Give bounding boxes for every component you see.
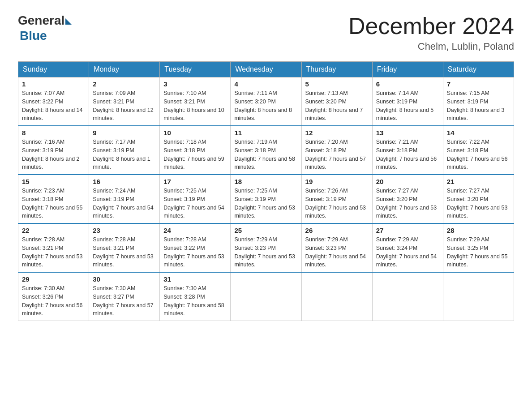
table-row: 21 Sunrise: 7:27 AM Sunset: 3:20 PM Dayl… bbox=[443, 175, 514, 223]
day-number: 3 bbox=[163, 80, 227, 88]
day-number: 22 bbox=[22, 227, 85, 234]
table-row: 7 Sunrise: 7:15 AM Sunset: 3:19 PM Dayli… bbox=[443, 77, 514, 126]
day-info: Sunrise: 7:25 AM Sunset: 3:19 PM Dayligh… bbox=[234, 187, 297, 220]
day-info: Sunrise: 7:09 AM Sunset: 3:21 PM Dayligh… bbox=[93, 89, 156, 123]
day-info: Sunrise: 7:25 AM Sunset: 3:19 PM Dayligh… bbox=[163, 187, 227, 220]
day-info: Sunrise: 7:27 AM Sunset: 3:20 PM Dayligh… bbox=[376, 187, 439, 220]
table-row: 15 Sunrise: 7:23 AM Sunset: 3:18 PM Dayl… bbox=[18, 175, 89, 223]
day-number: 7 bbox=[447, 80, 510, 88]
location-title: Chelm, Lublin, Poland bbox=[348, 41, 514, 52]
day-number: 2 bbox=[93, 80, 156, 88]
day-number: 28 bbox=[447, 227, 510, 234]
table-row bbox=[301, 272, 372, 321]
day-info: Sunrise: 7:18 AM Sunset: 3:18 PM Dayligh… bbox=[163, 138, 227, 171]
calendar-header-row: Sunday Monday Tuesday Wednesday Thursday… bbox=[18, 62, 514, 77]
header-saturday: Saturday bbox=[443, 62, 514, 77]
day-info: Sunrise: 7:26 AM Sunset: 3:19 PM Dayligh… bbox=[305, 187, 369, 220]
table-row: 8 Sunrise: 7:16 AM Sunset: 3:19 PM Dayli… bbox=[18, 126, 89, 175]
day-number: 5 bbox=[305, 80, 369, 88]
day-info: Sunrise: 7:29 AM Sunset: 3:25 PM Dayligh… bbox=[447, 235, 510, 269]
day-number: 6 bbox=[376, 80, 439, 88]
header-wednesday: Wednesday bbox=[231, 62, 301, 77]
logo: General Blue bbox=[18, 13, 72, 43]
table-row: 28 Sunrise: 7:29 AM Sunset: 3:25 PM Dayl… bbox=[443, 223, 514, 272]
day-info: Sunrise: 7:24 AM Sunset: 3:19 PM Dayligh… bbox=[93, 187, 156, 220]
table-row: 22 Sunrise: 7:28 AM Sunset: 3:21 PM Dayl… bbox=[18, 223, 89, 272]
table-row: 20 Sunrise: 7:27 AM Sunset: 3:20 PM Dayl… bbox=[372, 175, 443, 223]
table-row: 14 Sunrise: 7:22 AM Sunset: 3:18 PM Dayl… bbox=[443, 126, 514, 175]
day-number: 12 bbox=[305, 129, 369, 137]
table-row: 24 Sunrise: 7:28 AM Sunset: 3:22 PM Dayl… bbox=[160, 223, 231, 272]
day-info: Sunrise: 7:27 AM Sunset: 3:20 PM Dayligh… bbox=[447, 187, 510, 220]
table-row: 2 Sunrise: 7:09 AM Sunset: 3:21 PM Dayli… bbox=[89, 77, 160, 126]
day-info: Sunrise: 7:30 AM Sunset: 3:26 PM Dayligh… bbox=[22, 284, 85, 318]
table-row: 25 Sunrise: 7:29 AM Sunset: 3:23 PM Dayl… bbox=[231, 223, 301, 272]
day-number: 9 bbox=[93, 129, 156, 137]
table-row: 1 Sunrise: 7:07 AM Sunset: 3:22 PM Dayli… bbox=[18, 77, 89, 126]
day-number: 4 bbox=[234, 80, 297, 88]
day-info: Sunrise: 7:29 AM Sunset: 3:23 PM Dayligh… bbox=[234, 235, 297, 269]
table-row: 31 Sunrise: 7:30 AM Sunset: 3:28 PM Dayl… bbox=[160, 272, 231, 321]
header-monday: Monday bbox=[89, 62, 160, 77]
day-info: Sunrise: 7:29 AM Sunset: 3:23 PM Dayligh… bbox=[305, 235, 369, 269]
day-number: 26 bbox=[305, 227, 369, 234]
day-number: 13 bbox=[376, 129, 439, 137]
day-info: Sunrise: 7:17 AM Sunset: 3:19 PM Dayligh… bbox=[93, 138, 156, 171]
day-number: 8 bbox=[22, 129, 85, 137]
day-number: 18 bbox=[234, 178, 297, 185]
day-info: Sunrise: 7:30 AM Sunset: 3:28 PM Dayligh… bbox=[163, 284, 227, 318]
table-row: 26 Sunrise: 7:29 AM Sunset: 3:23 PM Dayl… bbox=[301, 223, 372, 272]
day-info: Sunrise: 7:21 AM Sunset: 3:18 PM Dayligh… bbox=[376, 138, 439, 171]
day-number: 15 bbox=[22, 178, 85, 185]
table-row: 19 Sunrise: 7:26 AM Sunset: 3:19 PM Dayl… bbox=[301, 175, 372, 223]
day-info: Sunrise: 7:28 AM Sunset: 3:21 PM Dayligh… bbox=[93, 235, 156, 269]
table-row: 11 Sunrise: 7:19 AM Sunset: 3:18 PM Dayl… bbox=[231, 126, 301, 175]
header-thursday: Thursday bbox=[301, 62, 372, 77]
table-row bbox=[443, 272, 514, 321]
day-info: Sunrise: 7:28 AM Sunset: 3:22 PM Dayligh… bbox=[163, 235, 227, 269]
table-row: 23 Sunrise: 7:28 AM Sunset: 3:21 PM Dayl… bbox=[89, 223, 160, 272]
table-row: 13 Sunrise: 7:21 AM Sunset: 3:18 PM Dayl… bbox=[372, 126, 443, 175]
table-row: 27 Sunrise: 7:29 AM Sunset: 3:24 PM Dayl… bbox=[372, 223, 443, 272]
header-tuesday: Tuesday bbox=[160, 62, 231, 77]
day-info: Sunrise: 7:22 AM Sunset: 3:18 PM Dayligh… bbox=[447, 138, 510, 171]
day-number: 16 bbox=[93, 178, 156, 185]
day-info: Sunrise: 7:28 AM Sunset: 3:21 PM Dayligh… bbox=[22, 235, 85, 269]
day-number: 27 bbox=[376, 227, 439, 234]
table-row: 9 Sunrise: 7:17 AM Sunset: 3:19 PM Dayli… bbox=[89, 126, 160, 175]
day-info: Sunrise: 7:19 AM Sunset: 3:18 PM Dayligh… bbox=[234, 138, 297, 171]
day-number: 19 bbox=[305, 178, 369, 185]
day-number: 25 bbox=[234, 227, 297, 234]
day-info: Sunrise: 7:16 AM Sunset: 3:19 PM Dayligh… bbox=[22, 138, 85, 171]
day-number: 11 bbox=[234, 129, 297, 137]
table-row: 5 Sunrise: 7:13 AM Sunset: 3:20 PM Dayli… bbox=[301, 77, 372, 126]
day-number: 1 bbox=[22, 80, 85, 88]
header-sunday: Sunday bbox=[18, 62, 89, 77]
day-info: Sunrise: 7:20 AM Sunset: 3:18 PM Dayligh… bbox=[305, 138, 369, 171]
logo-arrow-icon bbox=[65, 18, 72, 25]
day-number: 23 bbox=[93, 227, 156, 234]
day-number: 24 bbox=[163, 227, 227, 234]
table-row: 12 Sunrise: 7:20 AM Sunset: 3:18 PM Dayl… bbox=[301, 126, 372, 175]
table-row: 18 Sunrise: 7:25 AM Sunset: 3:19 PM Dayl… bbox=[231, 175, 301, 223]
logo-blue-text: Blue bbox=[20, 29, 47, 43]
table-row bbox=[372, 272, 443, 321]
day-number: 30 bbox=[93, 275, 156, 283]
day-number: 31 bbox=[163, 275, 227, 283]
month-year-title: December 2024 bbox=[348, 13, 514, 39]
day-number: 29 bbox=[22, 275, 85, 283]
table-row: 6 Sunrise: 7:14 AM Sunset: 3:19 PM Dayli… bbox=[372, 77, 443, 126]
day-info: Sunrise: 7:07 AM Sunset: 3:22 PM Dayligh… bbox=[22, 89, 85, 123]
title-section: December 2024 Chelm, Lublin, Poland bbox=[348, 13, 514, 52]
logo-general-text: General bbox=[18, 13, 64, 28]
day-info: Sunrise: 7:10 AM Sunset: 3:21 PM Dayligh… bbox=[163, 89, 227, 123]
page-header: General Blue December 2024 Chelm, Lublin… bbox=[18, 13, 514, 52]
table-row: 16 Sunrise: 7:24 AM Sunset: 3:19 PM Dayl… bbox=[89, 175, 160, 223]
table-row bbox=[231, 272, 301, 321]
table-row: 3 Sunrise: 7:10 AM Sunset: 3:21 PM Dayli… bbox=[160, 77, 231, 126]
table-row: 10 Sunrise: 7:18 AM Sunset: 3:18 PM Dayl… bbox=[160, 126, 231, 175]
day-number: 17 bbox=[163, 178, 227, 185]
day-number: 10 bbox=[163, 129, 227, 137]
table-row: 17 Sunrise: 7:25 AM Sunset: 3:19 PM Dayl… bbox=[160, 175, 231, 223]
day-info: Sunrise: 7:13 AM Sunset: 3:20 PM Dayligh… bbox=[305, 89, 369, 123]
